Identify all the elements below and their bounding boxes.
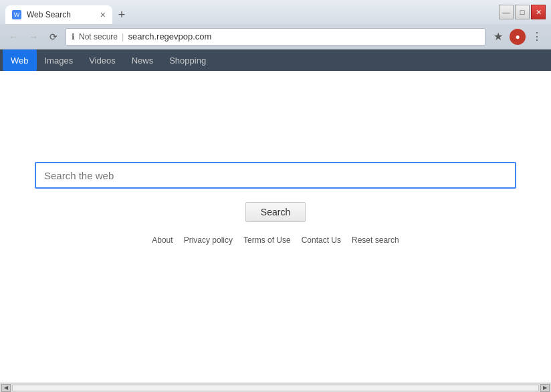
active-tab[interactable]: W Web Search × [5, 5, 112, 24]
nav-tab-shopping[interactable]: Shopping [161, 50, 214, 71]
tab-title: Web Search [27, 10, 71, 19]
menu-icon[interactable]: ⋮ [528, 28, 546, 45]
address-actions: ★ ● ⋮ [489, 28, 546, 45]
scroll-left-button[interactable]: ◀ [1, 384, 11, 392]
title-bar: W Web Search × + — □ ✕ [0, 0, 551, 24]
nav-tab-images[interactable]: Images [37, 50, 82, 71]
search-input-wrapper [35, 162, 516, 189]
search-container: Search [0, 162, 551, 222]
footer-link-contact-us[interactable]: Contact Us [302, 235, 341, 245]
footer-link-reset-search[interactable]: Reset search [352, 235, 399, 245]
minimize-button[interactable]: — [499, 5, 514, 19]
horizontal-scrollbar: ◀ ▶ [0, 383, 551, 392]
nav-tab-news[interactable]: News [124, 50, 162, 71]
footer-links: AboutPrivacy policyTerms of UseContact U… [0, 235, 551, 245]
footer-link-terms-of-use[interactable]: Terms of Use [243, 235, 291, 245]
tab-close-button[interactable]: × [100, 10, 106, 19]
new-tab-button[interactable]: + [112, 5, 131, 24]
forward-button[interactable]: → [25, 29, 41, 45]
separator: | [122, 31, 124, 41]
nav-tab-web[interactable]: Web [3, 50, 37, 71]
address-bar: ← → ⟳ ℹ Not secure | search.regevpop.com… [0, 24, 551, 50]
page-content: Search AboutPrivacy policyTerms of UseCo… [0, 71, 551, 383]
info-icon: ℹ [72, 32, 75, 41]
profile-icon[interactable]: ● [510, 29, 526, 45]
not-secure-label: Not secure [79, 32, 118, 41]
scroll-track[interactable] [12, 385, 539, 391]
bookmark-icon[interactable]: ★ [489, 28, 507, 45]
address-box[interactable]: ℹ Not secure | search.regevpop.com [66, 28, 485, 45]
scroll-right-button[interactable]: ▶ [540, 384, 550, 392]
tab-bar: W Web Search × + [5, 0, 499, 24]
footer-link-privacy-policy[interactable]: Privacy policy [184, 235, 233, 245]
nav-tab-videos[interactable]: Videos [81, 50, 124, 71]
window-controls: — □ ✕ [499, 5, 546, 19]
search-input[interactable] [35, 162, 516, 189]
back-button[interactable]: ← [5, 29, 21, 45]
search-button[interactable]: Search [245, 202, 306, 222]
reload-button[interactable]: ⟳ [45, 29, 62, 45]
url-display[interactable]: search.regevpop.com [128, 31, 479, 41]
close-button[interactable]: ✕ [531, 5, 546, 19]
browser-window: W Web Search × + — □ ✕ ← → ⟳ ℹ Not secur… [0, 0, 551, 392]
nav-tabs: WebImagesVideosNewsShopping [0, 50, 551, 71]
footer-link-about[interactable]: About [152, 235, 173, 245]
maximize-button[interactable]: □ [515, 5, 530, 19]
tab-favicon: W [12, 10, 21, 19]
page-footer: AboutPrivacy policyTerms of UseContact U… [0, 222, 551, 252]
